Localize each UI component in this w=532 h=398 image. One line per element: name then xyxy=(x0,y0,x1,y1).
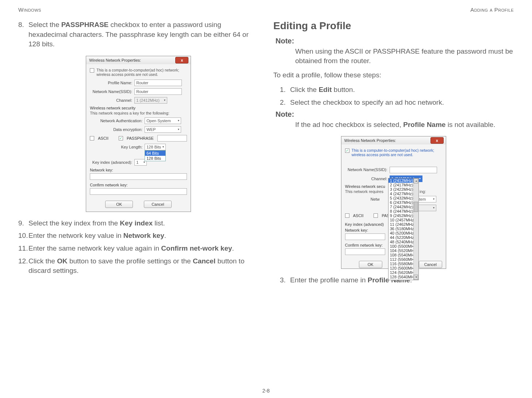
ok-button[interactable]: OK xyxy=(105,201,133,208)
scrollbar[interactable]: ▴ ▾ xyxy=(413,178,418,280)
close-icon[interactable]: x xyxy=(175,57,188,63)
adhoc-checkbox[interactable]: ✓ xyxy=(345,148,349,153)
confirmkey-label: Confirm network key: xyxy=(90,183,187,187)
list-item: 8. Select the PASSPHRASE checkbox to ent… xyxy=(18,20,259,49)
ascii-label: ASCII xyxy=(98,136,108,140)
channel-label: Channel: xyxy=(345,177,390,181)
intro-text: To edit a profile, follow these steps: xyxy=(273,70,514,80)
scroll-thumb[interactable] xyxy=(414,202,418,212)
list-item: 2. Select the checkbox to specify an ad … xyxy=(280,98,514,108)
list-item: 11. Enter the same network key value aga… xyxy=(18,244,259,254)
security-subtext: This network requires a key for the foll… xyxy=(90,111,187,115)
list-num: 8. xyxy=(18,20,28,49)
networkkey-label: Network key: xyxy=(90,168,187,172)
scroll-up-icon[interactable]: ▴ xyxy=(414,178,418,183)
section-heading: Editing a Profile xyxy=(273,20,514,32)
confirmkey-input[interactable] xyxy=(90,188,187,195)
passphrase-input[interactable] xyxy=(157,135,187,142)
list-num: 9. xyxy=(18,219,28,228)
keylength-dropdown[interactable]: 64 Bits 128 Bits xyxy=(145,150,166,161)
scroll-down-icon[interactable]: ▾ xyxy=(414,275,418,280)
passphrase-checkbox[interactable]: ✓ xyxy=(119,136,123,140)
list-num: 2. xyxy=(280,98,290,108)
list-num: 10. xyxy=(18,231,28,241)
list-num: 11. xyxy=(18,244,28,254)
networkkey-input[interactable] xyxy=(345,233,385,240)
channel-label: Channel: xyxy=(90,98,134,103)
ssid-label: Network Name(SSID): xyxy=(90,89,134,94)
keylength-label: Key Length: xyxy=(90,145,145,149)
keyindex-label: Key index (advanced): xyxy=(90,160,134,165)
cancel-button[interactable]: Cancel xyxy=(419,261,442,268)
chevron-down-icon: ▾ xyxy=(178,119,179,122)
note-body: If the ad hoc checkbox is selected, Prof… xyxy=(295,120,514,130)
cancel-button[interactable]: Cancel xyxy=(144,201,172,208)
keylength-select[interactable]: 128 Bits▾ xyxy=(145,144,166,150)
chevron-down-icon: ▾ xyxy=(419,177,421,180)
adhoc-label: This is a computer-to-computer(ad hoc) n… xyxy=(352,148,442,157)
ascii-checkbox[interactable] xyxy=(345,213,349,218)
profile-name-input[interactable]: Router xyxy=(134,80,182,86)
encryption-select[interactable]: WEP▾ xyxy=(145,126,181,133)
ok-button[interactable]: OK xyxy=(359,261,382,268)
adhoc-checkbox-row[interactable]: This is a computer-to-computer(ad hoc) n… xyxy=(90,68,187,77)
keylength-option[interactable]: 64 Bits xyxy=(145,151,165,156)
screenshot-2: Wireless Network Properties: x ✓ This is… xyxy=(273,136,514,269)
chevron-down-icon: ▾ xyxy=(433,206,435,209)
passphrase-checkbox[interactable] xyxy=(374,213,378,218)
confirmkey-input[interactable] xyxy=(345,248,385,255)
note-body: When using the ASCII or PASSPHRASE featu… xyxy=(295,47,514,65)
channel-select: 1 (2412MHz)▾ xyxy=(134,97,167,104)
list-item: 9. Select the key index from the Key ind… xyxy=(18,219,259,228)
chevron-down-icon: ▾ xyxy=(164,98,165,102)
ssid-label: Network Name(SSID): xyxy=(345,167,390,172)
close-icon[interactable]: x xyxy=(430,137,444,144)
auth-label: Network Authentication: xyxy=(90,119,145,123)
chevron-down-icon: ▾ xyxy=(178,128,179,131)
encryption-label: Data encryption: xyxy=(90,127,145,132)
profile-name-label: Profile Name: xyxy=(90,81,134,85)
chevron-down-icon: ▾ xyxy=(162,145,164,148)
ascii-label: ASCII xyxy=(353,213,364,218)
wireless-properties-dialog-2: Wireless Network Properties: x ✓ This is… xyxy=(341,136,446,269)
page-number: 2-8 xyxy=(0,388,532,394)
channel-dropdown[interactable]: 1 (2412MHz) 2 (2417MHz) 3 (2422MHz) 4 (2… xyxy=(388,178,419,280)
wireless-properties-dialog: Wireless Network Properties: x This is a… xyxy=(86,56,191,212)
list-num: 12. xyxy=(18,256,28,276)
list-num: 1. xyxy=(280,85,290,95)
list-item: 10. Enter the network key value in Netwo… xyxy=(18,231,259,241)
adhoc-checkbox-row[interactable]: ✓ This is a computer-to-computer(ad hoc)… xyxy=(345,148,442,157)
dialog-title: Wireless Network Properties: x xyxy=(341,136,446,144)
passphrase-label: PASSPHRASE xyxy=(127,136,154,140)
ascii-checkbox[interactable] xyxy=(90,136,94,140)
ssid-input[interactable]: Router xyxy=(134,88,182,95)
keylength-option[interactable]: 128 Bits xyxy=(145,156,165,161)
list-item: 12. Click the OK button to save the prof… xyxy=(18,256,259,276)
note-label: Note: xyxy=(276,37,514,45)
adhoc-label: This is a computer-to-computer(ad hoc) n… xyxy=(96,68,187,77)
header-right: Adding a Profile xyxy=(470,7,514,13)
security-heading: Wireless network security xyxy=(90,106,187,110)
note-label: Note: xyxy=(276,110,514,119)
list-item: 1. Click the Edit button. xyxy=(280,85,514,95)
list-num: 3. xyxy=(280,275,290,285)
screenshot-1: Wireless Network Properties: x This is a… xyxy=(18,56,259,212)
ssid-input[interactable] xyxy=(390,167,437,173)
chevron-down-icon: ▾ xyxy=(433,197,435,201)
header-left: Windows xyxy=(18,7,41,13)
networkkey-input[interactable] xyxy=(90,173,187,180)
auth-select[interactable]: Open System▾ xyxy=(145,117,181,124)
dialog-title: Wireless Network Properties: x xyxy=(86,56,191,64)
adhoc-checkbox[interactable] xyxy=(90,68,94,73)
